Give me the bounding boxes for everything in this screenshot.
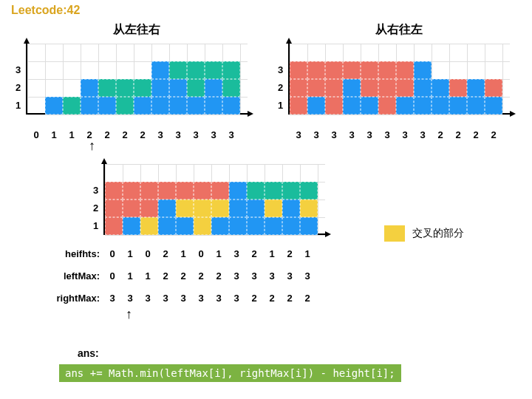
data-value: 0 bbox=[139, 248, 157, 259]
grid-cell bbox=[194, 200, 211, 217]
data-value: 3 bbox=[139, 293, 157, 304]
y-axis-label: 1 bbox=[278, 100, 283, 111]
grid-cell bbox=[414, 79, 432, 97]
grid-cell bbox=[361, 61, 378, 79]
data-value: 3 bbox=[299, 270, 316, 282]
grid-cell bbox=[211, 182, 229, 200]
grid-cell bbox=[151, 61, 169, 79]
grid-cell bbox=[105, 217, 123, 235]
grid-cell bbox=[229, 182, 247, 200]
grid-cell bbox=[325, 61, 343, 79]
data-value: 1 bbox=[121, 270, 139, 282]
grid-cell bbox=[158, 217, 176, 235]
y-axis-label: 1 bbox=[16, 100, 21, 111]
grid-cell bbox=[449, 79, 467, 97]
ans-label: ans: bbox=[78, 347, 99, 359]
row-label: leftMax: bbox=[41, 270, 100, 282]
data-value: 3 bbox=[121, 293, 139, 304]
grid-cell bbox=[378, 97, 396, 115]
data-value: 0 bbox=[103, 248, 121, 259]
grid-cell bbox=[169, 97, 187, 115]
grid-cell bbox=[247, 182, 265, 200]
grid-cell bbox=[169, 79, 187, 97]
x-axis-label: 3 bbox=[222, 129, 240, 140]
x-axis-label: 3 bbox=[169, 129, 187, 140]
grid-cell bbox=[151, 97, 169, 115]
grid-cell bbox=[485, 97, 502, 115]
grid-cell bbox=[432, 97, 449, 115]
y-axis-label: 3 bbox=[16, 64, 21, 75]
x-axis-label: 2 bbox=[449, 129, 467, 140]
data-value: 2 bbox=[157, 248, 174, 259]
x-axis-label: 3 bbox=[361, 129, 378, 140]
grid-cell bbox=[343, 79, 361, 97]
grid-cell bbox=[98, 97, 116, 115]
grid-cell bbox=[105, 200, 123, 217]
legend: 交叉的部分 bbox=[384, 225, 464, 242]
grid-cell bbox=[187, 97, 205, 115]
grid-cell bbox=[396, 61, 414, 79]
grid-cell bbox=[169, 61, 187, 79]
grid-cell bbox=[378, 61, 396, 79]
data-value: 3 bbox=[245, 270, 263, 282]
grid-cell bbox=[290, 79, 307, 97]
y-axis-label: 1 bbox=[93, 220, 98, 231]
grid-cell bbox=[134, 97, 151, 115]
grid-cell bbox=[361, 79, 378, 97]
grid-cell bbox=[290, 97, 307, 115]
chart-left-to-right: 从左往右 123011222233333 bbox=[26, 22, 248, 115]
data-value: 2 bbox=[281, 293, 299, 304]
x-axis-label: 0 bbox=[27, 129, 45, 140]
grid-cell bbox=[485, 79, 502, 97]
grid-cell bbox=[325, 97, 343, 115]
x-axis-label: 1 bbox=[63, 129, 81, 140]
grid-cell bbox=[282, 217, 300, 235]
formula: ans += Math.min(leftMax[i], rightMax[i])… bbox=[59, 364, 401, 382]
arrow-up-icon: ↑ bbox=[89, 138, 95, 154]
y-axis-label: 2 bbox=[16, 82, 21, 93]
data-value: 1 bbox=[299, 248, 316, 259]
grid-cell bbox=[205, 79, 222, 97]
grid-cell bbox=[265, 182, 282, 200]
data-value: 2 bbox=[299, 293, 316, 304]
grid-cell bbox=[222, 97, 240, 115]
data-value: 3 bbox=[210, 293, 228, 304]
chart-right-to-left: 从右往左 123333333332222 bbox=[288, 22, 510, 115]
grid-cell bbox=[123, 200, 140, 217]
x-axis-label: 2 bbox=[467, 129, 485, 140]
grid-cell bbox=[222, 61, 240, 79]
grid-cell bbox=[194, 182, 211, 200]
grid-cell bbox=[123, 182, 140, 200]
grid-cell bbox=[307, 61, 325, 79]
data-value: 3 bbox=[157, 293, 174, 304]
data-value: 1 bbox=[210, 248, 228, 259]
grid-cell bbox=[282, 200, 300, 217]
grid-cell bbox=[63, 97, 81, 115]
data-value: 3 bbox=[228, 270, 245, 282]
grid-cell bbox=[116, 97, 134, 115]
grid-cell bbox=[307, 79, 325, 97]
y-axis-label: 2 bbox=[93, 202, 98, 214]
data-value: 2 bbox=[281, 248, 299, 259]
data-value: 1 bbox=[121, 248, 139, 259]
grid-cell bbox=[361, 97, 378, 115]
grid-cell bbox=[187, 79, 205, 97]
data-value: 2 bbox=[210, 270, 228, 282]
grid-cell bbox=[81, 79, 98, 97]
legend-color-box bbox=[384, 225, 405, 242]
chart-intersection: 123 bbox=[103, 164, 325, 235]
data-value: 2 bbox=[263, 293, 281, 304]
x-axis-label: 3 bbox=[414, 129, 432, 140]
x-axis-label: 1 bbox=[45, 129, 63, 140]
grid-cell bbox=[343, 97, 361, 115]
x-axis-label: 3 bbox=[396, 129, 414, 140]
data-value: 3 bbox=[192, 293, 210, 304]
grid-cell bbox=[396, 79, 414, 97]
data-value: 2 bbox=[192, 270, 210, 282]
x-axis-label: 2 bbox=[98, 129, 116, 140]
y-axis-label: 3 bbox=[93, 185, 98, 196]
y-axis-label: 3 bbox=[278, 64, 283, 75]
data-value: 1 bbox=[263, 248, 281, 259]
grid-cell bbox=[116, 79, 134, 97]
row-label: heifhts: bbox=[41, 248, 100, 259]
